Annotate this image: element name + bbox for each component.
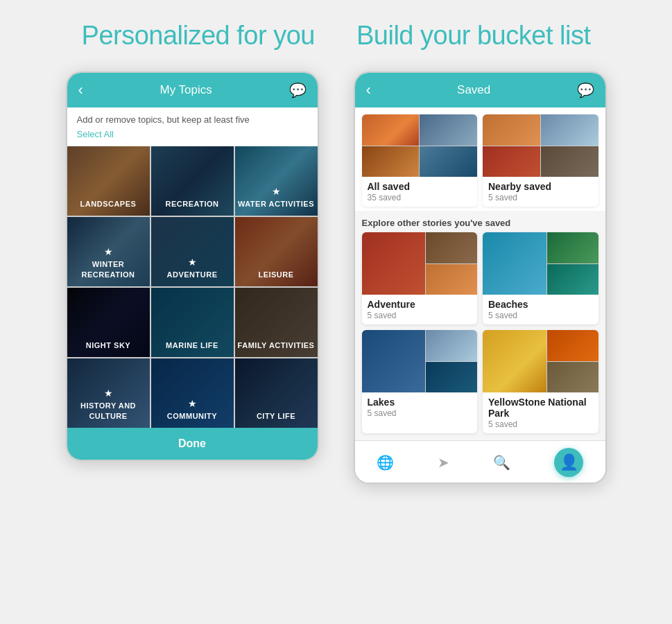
- saved-top-grid: All saved 35 saved Nearby saved 5 saved: [355, 107, 605, 211]
- all-saved-title: All saved: [368, 181, 472, 192]
- lakes-card[interactable]: Lakes 5 saved: [362, 330, 478, 433]
- topic-label: COMMUNITY: [164, 411, 220, 421]
- lakes-count: 5 saved: [368, 408, 472, 418]
- topic-cell-adventure[interactable]: ★ADVENTURE: [151, 217, 234, 286]
- topic-star-icon: ★: [104, 388, 113, 399]
- yellowstone-card[interactable]: YellowStone National Park 5 saved: [483, 330, 598, 433]
- topic-label: ADVENTURE: [164, 270, 221, 279]
- right-back-icon[interactable]: ‹: [366, 81, 371, 99]
- topic-cell-community[interactable]: ★COMMUNITY: [151, 358, 234, 428]
- chat-icon[interactable]: 💬: [289, 82, 307, 98]
- topic-cell-winter[interactable]: ★WINTER RECREATION: [67, 217, 150, 286]
- beaches-title: Beaches: [488, 299, 593, 310]
- topic-label: FAMILY ACTIVITIES: [235, 340, 318, 350]
- topic-label: LANDSCAPES: [78, 199, 139, 209]
- adventure-info: Adventure 5 saved: [362, 295, 478, 324]
- globe-nav-icon[interactable]: 🌐: [377, 454, 394, 471]
- topic-cell-marine[interactable]: MARINE LIFE: [151, 288, 234, 357]
- img-cell: [362, 146, 420, 177]
- adventure-count: 5 saved: [368, 311, 472, 320]
- topic-cell-histculture[interactable]: ★HISTORY AND CULTURE: [67, 358, 150, 428]
- collage-cell: [362, 232, 426, 295]
- nearby-saved-img: [483, 114, 598, 177]
- topics-subtext: Add or remove topics, but keep at least …: [67, 107, 318, 128]
- left-phone: ‹ My Topics 💬 Add or remove topics, but …: [66, 71, 319, 461]
- collage-cell: [547, 330, 598, 361]
- right-phone: ‹ Saved 💬 All saved 35 saved: [354, 71, 607, 484]
- collage-cell: [483, 330, 546, 392]
- saved-stories-grid: Adventure 5 saved Beaches 5 saved: [355, 232, 605, 440]
- topic-cell-nightsky[interactable]: NIGHT SKY: [67, 288, 150, 357]
- explore-label: Explore other stories you've saved: [355, 211, 605, 232]
- select-all-button[interactable]: Select All: [67, 128, 318, 146]
- img-cell: [420, 146, 477, 177]
- yellowstone-collage: [483, 330, 598, 392]
- topic-label: RECREATION: [163, 199, 222, 209]
- nearby-saved-card[interactable]: Nearby saved 5 saved: [483, 114, 598, 207]
- yellowstone-info: YellowStone National Park 5 saved: [483, 392, 598, 433]
- img-cell: [541, 114, 598, 146]
- adventure-collage: [362, 232, 478, 295]
- all-saved-info: All saved 35 saved: [362, 177, 478, 207]
- profile-nav-button[interactable]: 👤: [554, 448, 583, 477]
- topic-star-icon: ★: [104, 246, 113, 257]
- adventure-card[interactable]: Adventure 5 saved: [362, 232, 478, 324]
- topic-cell-landscapes[interactable]: LANDSCAPES: [67, 146, 150, 216]
- adventure-title: Adventure: [368, 299, 472, 310]
- topic-star-icon: ★: [188, 398, 197, 409]
- img-cell: [420, 114, 477, 146]
- left-topbar-title: My Topics: [160, 83, 212, 97]
- nearby-saved-count: 5 saved: [488, 193, 593, 202]
- collage-cell: [426, 330, 477, 361]
- lakes-info: Lakes 5 saved: [362, 392, 478, 422]
- collage-cell: [547, 264, 598, 295]
- topic-cell-recreation[interactable]: RECREATION: [151, 146, 234, 216]
- topic-star-icon: ★: [272, 186, 281, 197]
- bottom-nav: 🌐 ➤ 🔍 👤: [355, 440, 605, 483]
- search-nav-icon[interactable]: 🔍: [493, 454, 510, 471]
- topic-label: CiTy LIFE: [254, 411, 298, 421]
- phones-container: ‹ My Topics 💬 Add or remove topics, but …: [66, 71, 607, 484]
- topics-grid: LANDSCAPESRECREATION★WATER ACTIVITIES★WI…: [67, 146, 318, 428]
- all-saved-count: 35 saved: [368, 193, 472, 202]
- topic-label: MARINE LIFE: [163, 340, 221, 350]
- beaches-count: 5 saved: [488, 311, 593, 320]
- all-saved-card[interactable]: All saved 35 saved: [362, 114, 478, 207]
- left-topbar: ‹ My Topics 💬: [67, 73, 318, 107]
- topic-star-icon: ★: [188, 257, 197, 268]
- img-cell: [541, 146, 598, 177]
- topic-label: WATER ACTIVITIES: [235, 199, 317, 209]
- beaches-card[interactable]: Beaches 5 saved: [483, 232, 598, 324]
- right-heading: Build your bucket list: [356, 21, 591, 51]
- collage-cell: [483, 232, 546, 295]
- collage-cell: [426, 232, 477, 263]
- lakes-collage: [362, 330, 478, 392]
- topic-label: LEISURE: [255, 270, 296, 279]
- nearby-saved-title: Nearby saved: [488, 181, 593, 192]
- topic-cell-family[interactable]: FAMILY ACTIVITIES: [235, 288, 318, 357]
- nearby-saved-info: Nearby saved 5 saved: [483, 177, 598, 207]
- lakes-title: Lakes: [368, 397, 472, 408]
- location-nav-icon[interactable]: ➤: [438, 454, 449, 471]
- back-icon[interactable]: ‹: [78, 81, 83, 99]
- done-button[interactable]: Done: [67, 428, 318, 460]
- topic-label: HISTORY AND CULTURE: [67, 401, 150, 421]
- img-cell: [483, 114, 540, 146]
- all-saved-img: [362, 114, 478, 177]
- img-cell: [362, 114, 420, 146]
- collage-cell: [426, 362, 477, 393]
- topic-label: NIGHT SKY: [83, 340, 133, 350]
- right-chat-icon[interactable]: 💬: [577, 82, 594, 98]
- topic-cell-leisure[interactable]: LEISURE: [235, 217, 318, 286]
- topic-label: WINTER RECREATION: [67, 259, 150, 279]
- right-topbar-title: Saved: [457, 83, 490, 97]
- topic-cell-water[interactable]: ★WATER ACTIVITIES: [235, 146, 318, 216]
- img-cell: [483, 146, 540, 177]
- yellowstone-title: YellowStone National Park: [488, 397, 593, 419]
- topic-cell-citylife[interactable]: CiTy LIFE: [235, 358, 318, 428]
- collage-cell: [362, 330, 426, 392]
- left-heading: Personalized for you: [82, 21, 315, 51]
- right-topbar: ‹ Saved 💬: [355, 73, 605, 107]
- collage-cell: [426, 264, 477, 295]
- yellowstone-count: 5 saved: [488, 419, 593, 429]
